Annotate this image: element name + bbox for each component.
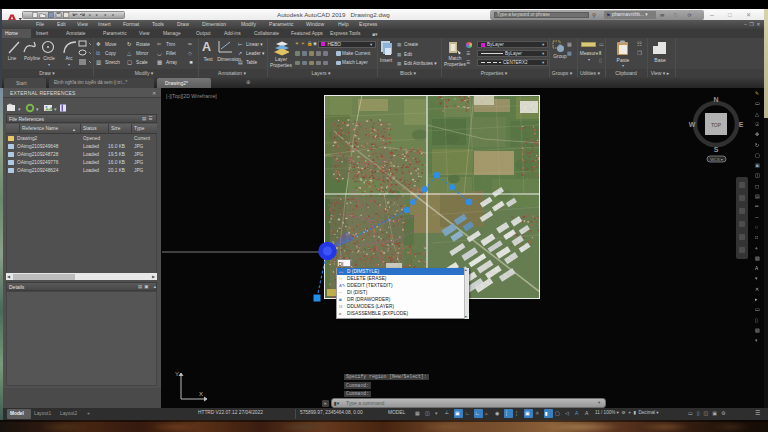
- svg-text:WCS ▾: WCS ▾: [710, 157, 722, 162]
- svg-text:N: N: [713, 96, 718, 103]
- svg-text:S: S: [714, 146, 719, 153]
- svg-text:▾: ▾: [54, 106, 57, 112]
- svg-text:X: X: [199, 391, 203, 397]
- svg-text:TOP: TOP: [711, 122, 722, 128]
- svg-text:W: W: [689, 121, 696, 128]
- svg-text:▾: ▾: [18, 106, 21, 112]
- svg-text:▾: ▾: [36, 106, 39, 112]
- svg-text:Y: Y: [175, 371, 179, 377]
- svg-text:E: E: [739, 121, 744, 128]
